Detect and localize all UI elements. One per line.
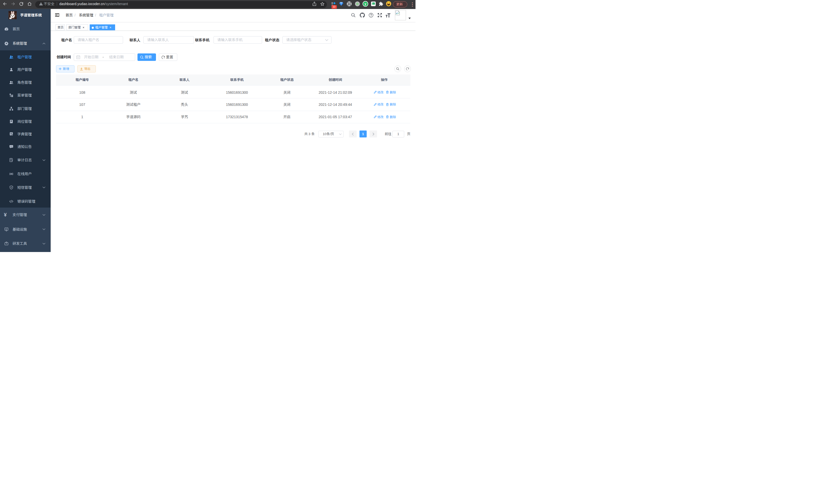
svg-text:y: y xyxy=(365,2,366,6)
